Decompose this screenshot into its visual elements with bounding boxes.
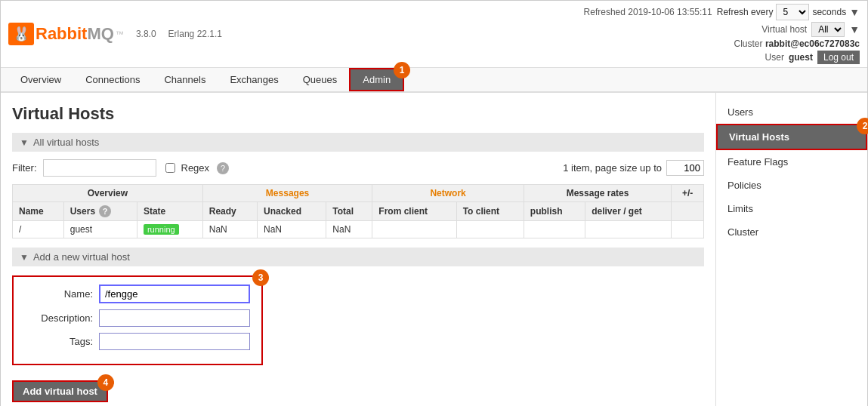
col-actions [672,202,704,221]
col-total: Total [326,202,372,221]
tags-label: Tags: [25,336,93,347]
virtual-host-select[interactable]: All / [811,22,845,37]
cell-users: guest [63,221,137,238]
name-label: Name: [25,288,93,300]
cell-to-client [456,221,524,238]
form-badge: 3 [252,269,269,286]
name-input[interactable] [99,285,250,303]
nav-channels[interactable]: Channels [152,68,218,91]
logo-mq-text: MQ [87,24,113,44]
top-right: Refreshed 2019-10-06 13:55:11 Refresh ev… [584,4,860,64]
col-to-client: To client [456,202,524,221]
group-message-rates: Message rates [524,185,671,202]
help-icon[interactable]: ? [217,162,229,174]
virtual-host-label: Virtual host [761,24,807,35]
logo-icon: 🐰 [8,23,34,45]
user-label: User [765,52,784,63]
group-network: Network [372,185,524,202]
table-row: / guest running NaN NaN NaN [13,221,704,238]
users-help-icon[interactable]: ? [99,205,111,217]
filter-label: Filter: [12,162,37,174]
right-sidebar: Users Virtual Hosts 2 Feature Flags Poli… [716,93,867,406]
main-content: Virtual Hosts ▼ All virtual hosts Filter… [1,93,867,406]
col-from-client: From client [372,202,456,221]
nav-overview[interactable]: Overview [8,68,73,91]
nav-bar: Overview Connections Channels Exchanges … [1,68,867,93]
refreshed-info: Refreshed 2019-10-06 13:55:11 [584,7,712,17]
regex-checkbox[interactable] [165,163,175,173]
logo-area: 🐰 RabbitMQ ™ 3.8.0 Erlang 22.1.1 [8,23,222,45]
page-title: Virtual Hosts [12,104,704,124]
group-messages: Messages [202,185,372,202]
group-plus-minus[interactable]: +/- [672,185,704,202]
nav-connections[interactable]: Connections [73,68,152,91]
filter-row: Filter: Regex ? 1 item, page size up to [12,159,704,177]
cluster-name: rabbit@ec06c727083c [765,38,860,49]
add-section-label: Add a new virtual host [33,251,130,263]
col-deliver-get: deliver / get [585,202,672,221]
logo: 🐰 RabbitMQ ™ [8,23,124,45]
tags-row: Tags: [25,333,250,350]
logout-button[interactable]: Log out [817,51,860,64]
cluster-label: Cluster [734,38,763,49]
refresh-unit: seconds [812,7,846,17]
sidebar-item-users[interactable]: Users [716,100,867,124]
cell-deliver-get [585,221,672,238]
refresh-select[interactable]: 5 10 30 60 [776,4,809,20]
cell-state: running [137,221,202,238]
nav-queues[interactable]: Queues [291,68,350,91]
sidebar-item-virtual-hosts[interactable]: Virtual Hosts [716,124,867,150]
add-vhost-section-header[interactable]: ▼ Add a new virtual host [12,248,704,266]
tags-input[interactable] [99,333,250,350]
user-name: guest [789,52,813,63]
description-input[interactable] [99,309,250,327]
all-vhosts-section-header[interactable]: ▼ All virtual hosts [12,133,704,152]
cell-row-actions [672,221,704,238]
description-row: Description: [25,309,250,327]
col-publish: publish [524,202,585,221]
admin-badge: 1 [394,62,410,78]
sidebar-item-cluster[interactable]: Cluster [716,220,867,244]
top-bar: 🐰 RabbitMQ ™ 3.8.0 Erlang 22.1.1 Refresh… [1,1,867,68]
refresh-line: Refreshed 2019-10-06 13:55:11 Refresh ev… [584,4,860,20]
pagination-text: 1 item, page size up to [563,162,662,174]
vh-dropdown-icon: ▼ [849,23,860,35]
col-ready: Ready [202,202,257,221]
add-vhost-form: Name: Description: Tags: [12,275,263,365]
cell-publish [524,221,585,238]
sidebar-item-policies[interactable]: Policies [716,174,867,197]
group-overview: Overview [13,185,203,202]
all-vhosts-label: All virtual hosts [33,137,99,148]
name-row: Name: [25,285,250,303]
nav-exchanges[interactable]: Exchanges [218,68,290,91]
pagination-info: 1 item, page size up to [563,160,704,176]
cell-ready: NaN [202,221,257,238]
cell-unacked: NaN [258,221,326,238]
virtual-host-line: Virtual host All / ▼ [761,22,860,37]
col-users: Users ? [63,202,137,221]
status-badge: running [144,224,179,235]
page-size-input[interactable] [666,160,704,176]
cell-from-client [372,221,456,238]
vhost-table: Overview Messages Network Message rates … [12,184,704,238]
user-line: User guest Log out [765,51,860,64]
cell-name: / [13,221,64,238]
sidebar-item-feature-flags[interactable]: Feature Flags [716,150,867,174]
add-virtual-host-button[interactable]: Add virtual host [12,380,108,402]
logo-tm: ™ [116,29,124,38]
col-unacked: Unacked [258,202,326,221]
refresh-label: Refresh every [717,7,774,17]
sidebar-item-limits[interactable]: Limits [716,197,867,220]
refresh-dropdown-icon: ▼ [849,6,860,18]
add-section-arrow-icon: ▼ [20,252,29,263]
version-info: 3.8.0 [136,29,156,39]
filter-input[interactable] [43,159,156,177]
left-panel: Virtual Hosts ▼ All virtual hosts Filter… [1,93,716,406]
virtual-hosts-badge: 2 [857,118,868,134]
cluster-line: Cluster rabbit@ec06c727083c [734,38,860,49]
col-state: State [137,202,202,221]
regex-label: Regex [181,162,210,174]
add-btn-badge: 4 [97,374,114,391]
erlang-info: Erlang 22.1.1 [168,29,222,39]
col-name: Name [13,202,64,221]
